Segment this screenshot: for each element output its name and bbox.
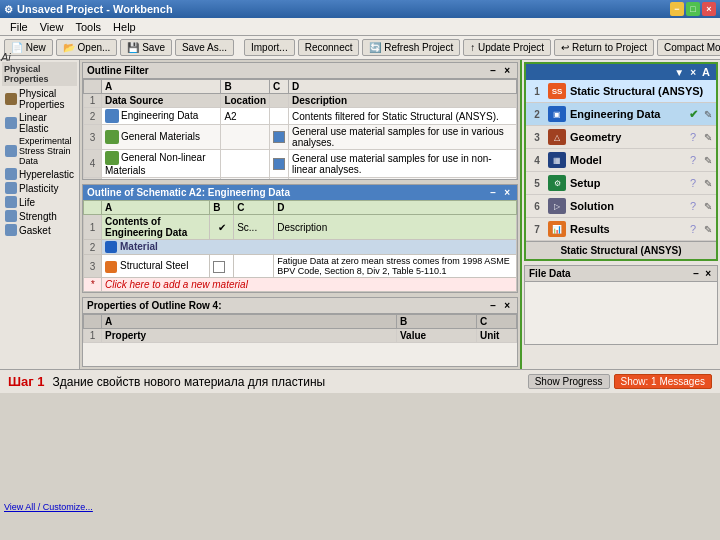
steel-check[interactable] bbox=[213, 261, 225, 273]
sidebar-item-hyperelastic[interactable]: Hyperelastic bbox=[2, 167, 77, 181]
open-button[interactable]: 📂 Open... bbox=[56, 39, 118, 56]
refresh-button[interactable]: 🔄 Refresh Project bbox=[362, 39, 460, 56]
table-row[interactable]: 2 Engineering Data A2 Contents filtered … bbox=[84, 108, 517, 125]
table-row[interactable]: 3 Structural Steel Fatigue Data at zero … bbox=[84, 255, 517, 278]
table-row[interactable]: 3 General Materials General use material… bbox=[84, 125, 517, 150]
sidebar-item-gasket[interactable]: Gasket bbox=[2, 223, 77, 237]
filter-row2-b[interactable]: A2 bbox=[221, 108, 270, 125]
filter-row3-c[interactable] bbox=[270, 125, 289, 150]
table-row[interactable]: 2 Material bbox=[84, 240, 517, 255]
experimental-icon bbox=[5, 145, 17, 157]
properties-panel: Properties of Outline Row 4: − × A B C 1 bbox=[82, 297, 518, 367]
sch-row3-a[interactable]: Structural Steel bbox=[102, 255, 210, 278]
sch-col-num bbox=[84, 201, 102, 215]
return-button[interactable]: ↩ Return to Project bbox=[554, 39, 654, 56]
update-button[interactable]: ↑ Update Project bbox=[463, 39, 551, 56]
menu-view[interactable]: View bbox=[34, 20, 70, 34]
struct-item-model[interactable]: 4 ▦ Model ? ✎ bbox=[526, 149, 716, 172]
file-minimize[interactable]: − bbox=[691, 268, 701, 279]
minimize-button[interactable]: − bbox=[670, 2, 684, 16]
struct-item-geometry[interactable]: 3 △ Geometry ? ✎ bbox=[526, 126, 716, 149]
struct-edit-4[interactable]: ✎ bbox=[704, 155, 712, 166]
material-group-icon bbox=[105, 241, 117, 253]
sidebar-label-life: Life bbox=[19, 197, 35, 208]
close-button[interactable]: × bbox=[702, 2, 716, 16]
struct-edit-5[interactable]: ✎ bbox=[704, 178, 712, 189]
file-data-header: File Data − × bbox=[525, 266, 717, 282]
filter-row5-b[interactable] bbox=[221, 178, 270, 180]
struct-close[interactable]: × bbox=[688, 67, 698, 78]
filter-row2-a[interactable]: Engineering Data bbox=[102, 108, 221, 125]
filter-row5-c[interactable] bbox=[270, 178, 289, 180]
filter-row4-b[interactable] bbox=[221, 150, 270, 178]
filter-table: A B C D 1 Data Source Location Descripti… bbox=[83, 79, 517, 179]
menu-tools[interactable]: Tools bbox=[69, 20, 107, 34]
filter-close[interactable]: × bbox=[501, 65, 513, 76]
check-4[interactable] bbox=[273, 158, 285, 170]
filter-row4-a[interactable]: General Non-linear Materials bbox=[102, 150, 221, 178]
sch-hdr-d: Description bbox=[274, 215, 517, 240]
filter-row5-a[interactable]: Explicit Materials bbox=[102, 178, 221, 180]
table-row[interactable]: 5 Explicit Materials Material samples fo… bbox=[84, 178, 517, 180]
prop-col-b: B bbox=[397, 315, 477, 329]
filter-col-a: A bbox=[102, 80, 221, 94]
reconnect-button[interactable]: Reconnect bbox=[298, 39, 360, 56]
show-progress-button[interactable]: Show Progress bbox=[528, 374, 610, 389]
struct-edit-7[interactable]: ✎ bbox=[704, 224, 712, 235]
struct-edit-6[interactable]: ✎ bbox=[704, 201, 712, 212]
structural-header: ▼ × A bbox=[526, 64, 716, 80]
menu-file[interactable]: File bbox=[4, 20, 34, 34]
left-sidebar: Physical Properties Physical Properties … bbox=[0, 60, 80, 369]
add-material-row[interactable]: * Click here to add a new material bbox=[84, 278, 517, 292]
row-num-5: 5 bbox=[84, 178, 102, 180]
filter-row4-c[interactable] bbox=[270, 150, 289, 178]
struct-item-solution[interactable]: 6 ▷ Solution ? ✎ bbox=[526, 195, 716, 218]
struct-minimize[interactable]: ▼ bbox=[672, 67, 686, 78]
file-data-title: File Data bbox=[529, 268, 571, 279]
save-as-button[interactable]: Save As... bbox=[175, 39, 234, 56]
struct-item-static[interactable]: 1 SS Static Structural (ANSYS) bbox=[526, 80, 716, 103]
filter-minimize[interactable]: − bbox=[487, 65, 499, 76]
sidebar-item-linear[interactable]: Linear Elastic bbox=[2, 111, 77, 135]
sch-row3-c[interactable] bbox=[234, 255, 274, 278]
sidebar-item-strength[interactable]: Strength bbox=[2, 209, 77, 223]
sch-hdr-b: ✔ bbox=[210, 215, 234, 240]
main-layout: Physical Properties Physical Properties … bbox=[0, 60, 720, 369]
check-3[interactable] bbox=[273, 131, 285, 143]
sidebar-item-life[interactable]: Life bbox=[2, 195, 77, 209]
struct-edit-2[interactable]: ✎ bbox=[704, 109, 712, 120]
sch-add-label[interactable]: Click here to add a new material bbox=[102, 278, 517, 292]
save-button[interactable]: 💾 Save bbox=[120, 39, 172, 56]
struct-edit-3[interactable]: ✎ bbox=[704, 132, 712, 143]
props-close[interactable]: × bbox=[501, 300, 513, 311]
struct-item-eng-data[interactable]: 2 ▣ Engineering Data ✔ ✎ bbox=[526, 103, 716, 126]
ai-label: Ai bbox=[1, 60, 11, 63]
struct-num-7: 7 bbox=[530, 224, 544, 235]
sidebar-item-experimental[interactable]: Experimental Stress Strain Data bbox=[2, 135, 77, 167]
filter-row3-b[interactable] bbox=[221, 125, 270, 150]
show-messages-button[interactable]: Show: 1 Messages bbox=[614, 374, 713, 389]
filter-row3-a[interactable]: General Materials bbox=[102, 125, 221, 150]
app-icon: ⚙ bbox=[4, 4, 13, 15]
menu-help[interactable]: Help bbox=[107, 20, 142, 34]
struct-item-results[interactable]: 7 📊 Results ? ✎ bbox=[526, 218, 716, 241]
import-button[interactable]: Import... bbox=[244, 39, 295, 56]
sch-row2-num: 2 bbox=[84, 240, 102, 255]
struct-item-setup[interactable]: 5 ⚙ Setup ? ✎ bbox=[526, 172, 716, 195]
struct-label-6: Solution bbox=[570, 200, 682, 212]
sidebar-item-physical[interactable]: Physical Properties bbox=[2, 87, 77, 111]
schematic-close[interactable]: × bbox=[501, 187, 513, 198]
sidebar-item-plasticity[interactable]: Plasticity bbox=[2, 181, 77, 195]
maximize-button[interactable]: □ bbox=[686, 2, 700, 16]
props-minimize[interactable]: − bbox=[487, 300, 499, 311]
struct-num-1: 1 bbox=[530, 86, 544, 97]
filter-row2-c[interactable] bbox=[270, 108, 289, 125]
schematic-minimize[interactable]: − bbox=[487, 187, 499, 198]
life-icon bbox=[5, 196, 17, 208]
sch-row3-b[interactable] bbox=[210, 255, 234, 278]
compact-button[interactable]: Compact Mode bbox=[657, 39, 720, 56]
file-close[interactable]: × bbox=[703, 268, 713, 279]
table-row[interactable]: 4 General Non-linear Materials General u… bbox=[84, 150, 517, 178]
new-button[interactable]: 📄 New bbox=[4, 39, 53, 56]
struct-label-7: Results bbox=[570, 223, 682, 235]
